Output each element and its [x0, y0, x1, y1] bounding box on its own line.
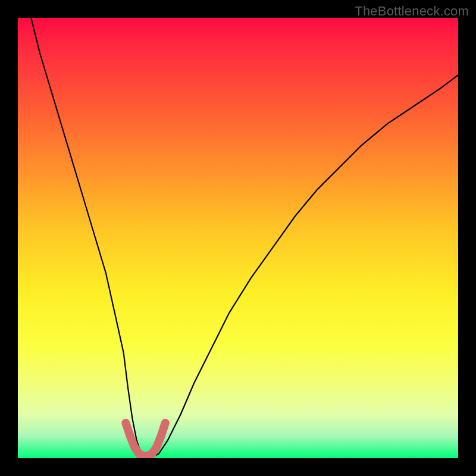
- bottleneck-curve-path: [31, 18, 458, 458]
- chart-frame: TheBottleneck.com: [0, 0, 476, 476]
- curve-layer: [18, 18, 458, 458]
- watermark-text: TheBottleneck.com: [355, 4, 469, 19]
- plot-area: [18, 18, 458, 458]
- valley-highlight-path: [126, 423, 165, 456]
